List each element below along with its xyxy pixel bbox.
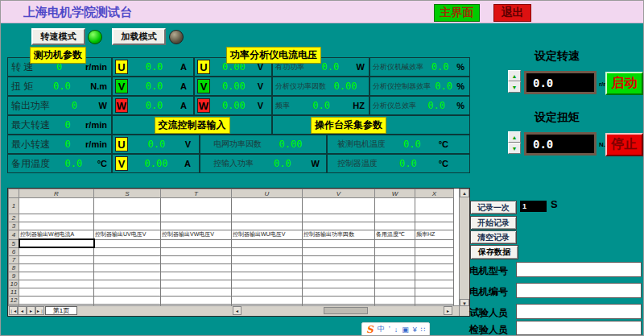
data-sheet[interactable]: RSTUVWX1234控制器输出W相电流A控制器输出UV电压V控制器输出VW电压… bbox=[7, 188, 470, 317]
sheet-vscrollbar[interactable]: ▲ ▼ bbox=[459, 189, 469, 308]
speed-up-button[interactable]: ▲ bbox=[508, 70, 521, 81]
sheet-cell[interactable] bbox=[19, 239, 94, 247]
sheet-cell[interactable] bbox=[375, 198, 415, 214]
set-torque-display[interactable]: 0.0 bbox=[524, 132, 597, 156]
sheet-cell[interactable]: 控制器输出W相电流A bbox=[19, 230, 94, 240]
sheet-cell[interactable] bbox=[415, 280, 454, 288]
sheet-cell[interactable] bbox=[232, 296, 303, 304]
sheet-cell[interactable] bbox=[161, 255, 232, 263]
sheet-cell[interactable] bbox=[94, 255, 161, 263]
sheet-col-header[interactable]: R bbox=[19, 189, 94, 198]
sheet-cell[interactable] bbox=[232, 272, 303, 280]
sheet-table[interactable]: RSTUVWX1234控制器输出W相电流A控制器输出UV电压V控制器输出VW电压… bbox=[8, 189, 454, 308]
sheet-row-header[interactable]: 3 bbox=[9, 222, 19, 230]
hscroll-right-icon[interactable]: ► bbox=[444, 306, 452, 315]
sheet-col-header[interactable]: V bbox=[303, 189, 375, 198]
motor-number-input[interactable] bbox=[516, 283, 642, 298]
sheet-row-header[interactable]: 5 bbox=[9, 239, 19, 247]
sheet-cell[interactable] bbox=[232, 288, 303, 296]
sheet-cell[interactable] bbox=[19, 288, 94, 296]
prev-page-icon[interactable]: ◄ bbox=[18, 306, 27, 315]
motor-model-input[interactable] bbox=[516, 262, 642, 277]
sheet-cell[interactable] bbox=[375, 296, 415, 304]
first-page-icon[interactable]: ❘◄ bbox=[9, 306, 18, 315]
sheet-col-header[interactable]: S bbox=[94, 189, 161, 198]
sheet-row-header[interactable]: 4 bbox=[9, 230, 19, 240]
sheet-cell[interactable]: 控制器输出WU电压V bbox=[232, 230, 303, 240]
sheet-cell[interactable] bbox=[415, 214, 454, 222]
sheet-row-header[interactable]: 10 bbox=[9, 280, 19, 288]
scroll-up-icon[interactable]: ▲ bbox=[460, 189, 469, 197]
sheet-cell[interactable] bbox=[375, 272, 415, 280]
start-button[interactable]: 启动 bbox=[605, 72, 643, 95]
ime-skin-icon[interactable]: ¥ bbox=[413, 326, 417, 334]
sheet-cell[interactable] bbox=[94, 214, 161, 222]
ime-logo-icon[interactable]: S bbox=[366, 324, 374, 335]
ime-lang-icon[interactable]: 中 bbox=[378, 324, 385, 334]
last-page-icon[interactable]: ►❘ bbox=[35, 306, 44, 315]
ime-toolbox-icon[interactable]: ∷ bbox=[421, 326, 426, 334]
sheet-cell[interactable] bbox=[415, 198, 454, 214]
hscroll-thumb[interactable] bbox=[324, 307, 368, 314]
inspector-input[interactable] bbox=[516, 321, 642, 335]
sheet-cell[interactable] bbox=[19, 214, 94, 222]
sheet-cell[interactable] bbox=[232, 247, 303, 255]
ime-punct-icon[interactable]: ʼ bbox=[389, 326, 390, 334]
sheet-row-header[interactable]: 1 bbox=[9, 198, 19, 214]
sheet-cell[interactable] bbox=[232, 239, 303, 247]
sheet-cell[interactable] bbox=[161, 222, 232, 230]
speed-mode-button[interactable]: 转速模式 bbox=[31, 28, 85, 45]
sheet-cell[interactable] bbox=[303, 214, 375, 222]
sheet-col-header[interactable]: W bbox=[375, 189, 415, 198]
sheet-cell[interactable] bbox=[375, 255, 415, 263]
sheet-cell[interactable] bbox=[161, 296, 232, 304]
sheet-cell[interactable] bbox=[232, 280, 303, 288]
sheet-cell[interactable] bbox=[19, 280, 94, 288]
sheet-cell[interactable]: 备用温度℃ bbox=[375, 230, 415, 240]
sheet-cell[interactable] bbox=[303, 198, 375, 214]
sheet-cell[interactable]: 控制器输出UV电压V bbox=[94, 230, 161, 240]
sheet-cell[interactable] bbox=[415, 272, 454, 280]
sheet-cell[interactable] bbox=[161, 198, 232, 214]
torque-down-button[interactable]: ▼ bbox=[508, 143, 521, 154]
sheet-cell[interactable] bbox=[94, 280, 161, 288]
sheet-col-header[interactable]: X bbox=[415, 189, 454, 198]
sheet-cell[interactable] bbox=[161, 272, 232, 280]
sheet-cell[interactable] bbox=[303, 288, 375, 296]
ime-keyboard-icon[interactable]: ▣ bbox=[402, 326, 409, 334]
sheet-cell[interactable]: 控制器输出VW电压V bbox=[161, 230, 232, 240]
sheet-cell[interactable] bbox=[19, 247, 94, 255]
sheet-cell[interactable] bbox=[19, 255, 94, 263]
sheet-row-header[interactable]: 12 bbox=[9, 296, 19, 304]
sheet-cell[interactable] bbox=[415, 288, 454, 296]
sheet-col-header[interactable]: U bbox=[232, 189, 303, 198]
sheet-cell[interactable] bbox=[161, 214, 232, 222]
sheet-cell[interactable] bbox=[375, 288, 415, 296]
exit-button[interactable]: 退出 bbox=[493, 4, 531, 22]
sheet-cell[interactable] bbox=[415, 263, 454, 272]
sheet-cell[interactable] bbox=[94, 198, 161, 214]
sheet-cell[interactable] bbox=[375, 222, 415, 230]
sheet-cell[interactable] bbox=[303, 263, 375, 272]
start-record-button[interactable]: 开始记录 bbox=[470, 216, 517, 230]
sheet-cell[interactable] bbox=[303, 272, 375, 280]
sheet-cell[interactable] bbox=[161, 263, 232, 272]
clear-record-button[interactable]: 清空记录 bbox=[470, 230, 517, 244]
sheet-row-header[interactable]: 9 bbox=[9, 272, 19, 280]
sheet-cell[interactable] bbox=[303, 296, 375, 304]
sheet-cell[interactable] bbox=[375, 263, 415, 272]
sheet-tab[interactable]: 第1页 bbox=[45, 306, 77, 315]
sheet-col-header[interactable]: T bbox=[161, 189, 232, 198]
set-speed-display[interactable]: 0.0 bbox=[524, 71, 597, 94]
torque-up-button[interactable]: ▲ bbox=[508, 131, 521, 143]
sheet-cell[interactable] bbox=[375, 239, 415, 247]
sheet-cell[interactable] bbox=[19, 198, 94, 214]
sheet-cell[interactable] bbox=[303, 280, 375, 288]
next-page-icon[interactable]: ► bbox=[27, 306, 35, 315]
sheet-row-header[interactable]: 6 bbox=[9, 247, 19, 255]
sheet-cell[interactable]: 频率HZ bbox=[415, 230, 454, 240]
sheet-cell[interactable] bbox=[19, 263, 94, 272]
load-mode-button[interactable]: 加载模式 bbox=[112, 28, 166, 45]
record-once-button[interactable]: 记录一次 bbox=[470, 201, 517, 214]
main-screen-button[interactable]: 主界面 bbox=[434, 4, 480, 22]
